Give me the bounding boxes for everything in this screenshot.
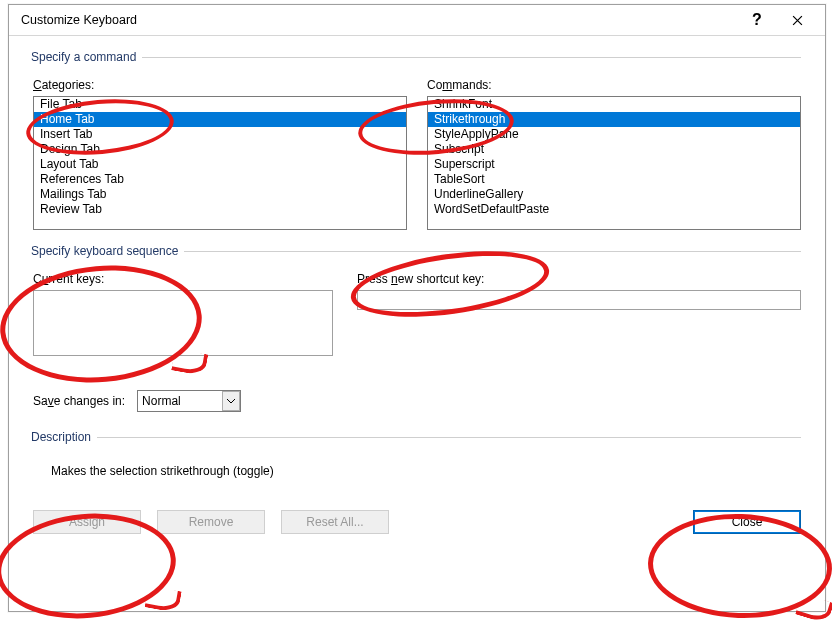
categories-listbox[interactable]: File TabHome TabInsert TabDesign TabLayo…: [33, 96, 407, 230]
assign-button[interactable]: Assign: [33, 510, 141, 534]
specify-sequence-legend: Specify keyboard sequence: [31, 244, 184, 258]
close-window-button[interactable]: [777, 6, 817, 34]
list-item[interactable]: Subscript: [428, 142, 800, 157]
window-title: Customize Keyboard: [21, 13, 737, 27]
help-button[interactable]: [737, 6, 777, 34]
list-item[interactable]: Home Tab: [34, 112, 406, 127]
list-item[interactable]: File Tab: [34, 97, 406, 112]
remove-button[interactable]: Remove: [157, 510, 265, 534]
list-item[interactable]: StyleApplyPane: [428, 127, 800, 142]
current-keys-listbox[interactable]: [33, 290, 333, 356]
list-item[interactable]: Design Tab: [34, 142, 406, 157]
description-group: Description Makes the selection striketh…: [33, 430, 801, 478]
list-item[interactable]: References Tab: [34, 172, 406, 187]
specify-command-group: Specify a command Categories: File TabHo…: [33, 50, 801, 230]
save-changes-in-value: Normal: [142, 394, 222, 408]
specify-command-legend: Specify a command: [31, 50, 142, 64]
save-changes-in-dropdown[interactable]: Normal: [137, 390, 241, 412]
titlebar: Customize Keyboard: [9, 5, 825, 36]
press-new-label: Press new shortcut key:: [357, 272, 801, 286]
save-changes-in-label: Save changes in:: [33, 394, 125, 408]
commands-listbox[interactable]: ShrinkFontStrikethroughStyleApplyPaneSub…: [427, 96, 801, 230]
list-item[interactable]: Strikethrough: [428, 112, 800, 127]
list-item[interactable]: ShrinkFont: [428, 97, 800, 112]
current-keys-label: Current keys:: [33, 272, 333, 286]
list-item[interactable]: Mailings Tab: [34, 187, 406, 202]
description-legend: Description: [31, 430, 97, 444]
commands-label: Commands:: [427, 78, 801, 92]
list-item[interactable]: UnderlineGallery: [428, 187, 800, 202]
customize-keyboard-dialog: Customize Keyboard Specify a command Cat…: [8, 4, 826, 612]
list-item[interactable]: TableSort: [428, 172, 800, 187]
list-item[interactable]: Superscript: [428, 157, 800, 172]
press-new-shortcut-input[interactable]: [357, 290, 801, 310]
close-button[interactable]: Close: [693, 510, 801, 534]
reset-all-button[interactable]: Reset All...: [281, 510, 389, 534]
description-text: Makes the selection strikethrough (toggl…: [33, 456, 801, 478]
specify-sequence-group: Specify keyboard sequence Current keys: …: [33, 244, 801, 412]
categories-label: Categories:: [33, 78, 407, 92]
list-item[interactable]: Layout Tab: [34, 157, 406, 172]
list-item[interactable]: WordSetDefaultPaste: [428, 202, 800, 217]
chevron-down-icon: [222, 391, 240, 411]
list-item[interactable]: Insert Tab: [34, 127, 406, 142]
list-item[interactable]: Review Tab: [34, 202, 406, 217]
